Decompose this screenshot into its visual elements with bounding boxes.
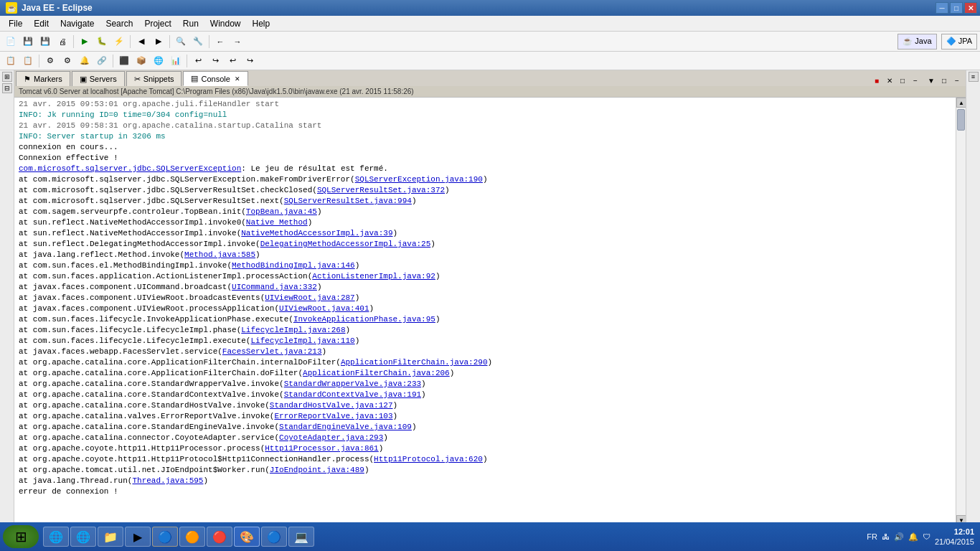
scroll-up-btn[interactable]: ▲ <box>956 98 966 108</box>
tb-print[interactable]: 🖨 <box>55 34 70 50</box>
tb-save-all[interactable]: 💾 <box>37 34 53 50</box>
console-line-s24: at org.apache.catalina.core.StandardEngi… <box>19 422 951 433</box>
taskbar-media[interactable]: ▶ <box>125 527 151 547</box>
tb2-2[interactable]: 📋 <box>20 53 36 69</box>
console-line-s3: at com.microsoft.sqlserver.jdbc.SQLServe… <box>19 196 951 207</box>
tab-snippets-label: Snippets <box>143 75 174 83</box>
taskbar-teamviewer[interactable]: 💻 <box>288 527 314 547</box>
tb2-10[interactable]: 📊 <box>168 53 184 69</box>
console-line-s11: at javax.faces.component.UICommand.broad… <box>19 282 951 293</box>
menu-window[interactable]: Window <box>204 17 247 30</box>
snippets-icon: ✂ <box>134 75 141 84</box>
tb2-9[interactable]: 🌐 <box>151 53 166 69</box>
tb-next[interactable]: ▶ <box>151 34 166 50</box>
view-menu-btn[interactable]: ▼ <box>925 75 937 86</box>
maximize-button[interactable]: □ <box>950 2 963 14</box>
menu-help[interactable]: Help <box>247 17 276 30</box>
scroll-track[interactable] <box>956 108 966 515</box>
menu-edit[interactable]: Edit <box>28 17 55 30</box>
tb2-13[interactable]: ↩ <box>225 53 240 69</box>
clock[interactable]: 12:01 21/04/2015 <box>935 527 974 547</box>
tb2-4[interactable]: ⚙ <box>60 53 75 69</box>
console-output[interactable]: 21 avr. 2015 09:53:01 org.apache.juli.fi… <box>14 98 956 525</box>
tb2-5[interactable]: 🔔 <box>77 53 93 69</box>
tab-markers[interactable]: ⚑ Markers <box>16 71 70 86</box>
scroll-thumb[interactable] <box>957 109 965 131</box>
console-line-exception[interactable]: com.microsoft.sqlserver.jdbc.SQLServerEx… <box>19 164 951 174</box>
tab-servers-label: Servers <box>90 75 117 83</box>
tb2-7[interactable]: ⬛ <box>116 53 132 69</box>
teamviewer-icon: 💻 <box>294 530 308 544</box>
vertical-scrollbar[interactable]: ▲ ▼ <box>956 98 966 525</box>
stop-console-btn[interactable]: ■ <box>871 75 882 86</box>
console-line-s27: at org.apache.coyote.http11.Http11Protoc… <box>19 454 951 465</box>
tb-prev[interactable]: ◀ <box>133 34 149 50</box>
menu-navigate[interactable]: Navigate <box>55 17 100 30</box>
taskbar-explorer[interactable]: 📁 <box>98 527 123 547</box>
tb-debug[interactable]: 🐛 <box>94 34 110 50</box>
tb2-1[interactable]: 📋 <box>3 53 19 69</box>
menu-run[interactable]: Run <box>177 17 204 30</box>
taskbar-ie[interactable]: 🌐 <box>43 527 69 547</box>
clear-console-btn[interactable]: □ <box>897 75 908 86</box>
sep-tb2-2 <box>113 55 113 67</box>
taskbar-ff[interactable]: 🔴 <box>207 527 232 547</box>
console-icon: ▤ <box>191 74 198 83</box>
tb-save[interactable]: 💾 <box>20 34 36 50</box>
console-line-s6: at sun.reflect.NativeMethodAccessorImpl.… <box>19 228 951 239</box>
tb2-3[interactable]: ⚙ <box>42 53 58 69</box>
separator-3 <box>169 35 170 48</box>
minimize-view-btn[interactable]: − <box>951 75 963 86</box>
tb-search[interactable]: 🔍 <box>173 34 189 50</box>
perspective-java[interactable]: ☕ Java <box>897 34 936 50</box>
tab-console[interactable]: ▤ Console ✕ <box>183 71 248 86</box>
console-line-s25: at org.apache.catalina.connector.CoyoteA… <box>19 433 951 443</box>
start-button[interactable]: ⊞ <box>3 525 39 548</box>
left-strip-btn-2[interactable]: ⊟ <box>2 83 12 93</box>
content-area: ⊞ ⊟ ⚑ Markers ▣ Servers ✂ Snippets <box>0 70 980 535</box>
console-line-s8: at java.lang.reflect.Method.invoke(Metho… <box>19 250 951 260</box>
tb-fwd[interactable]: → <box>230 34 245 50</box>
menu-file[interactable]: File <box>3 17 28 30</box>
tab-servers[interactable]: ▣ Servers <box>72 71 125 86</box>
tb-refactor[interactable]: 🔧 <box>190 34 206 50</box>
left-strip-btn-1[interactable]: ⊞ <box>2 72 12 82</box>
tb2-12[interactable]: ↪ <box>207 53 223 69</box>
sep-tb2-1 <box>39 55 39 67</box>
right-strip-btn-1[interactable]: ≡ <box>969 72 979 82</box>
menu-search[interactable]: Search <box>100 17 138 30</box>
tb-profile[interactable]: ⚡ <box>111 34 127 50</box>
minimize-button[interactable]: ─ <box>936 2 948 14</box>
tb-new[interactable]: 📄 <box>3 34 19 50</box>
taskbar-db[interactable]: 🟠 <box>179 527 205 547</box>
taskbar-eclipse[interactable]: 🎨 <box>234 527 260 547</box>
tb2-14[interactable]: ↪ <box>242 53 258 69</box>
console-line-1: 21 avr. 2015 09:53:01 org.apache.juli.fi… <box>19 99 951 110</box>
tb2-11[interactable]: ↩ <box>190 53 206 69</box>
console-line-s15: at com.sun.faces.lifecycle.LifecycleImpl… <box>19 325 951 336</box>
console-line-4: INFO: Server startup in 3206 ms <box>19 131 951 142</box>
console-line-s14: at com.sun.faces.lifecycle.InvokeApplica… <box>19 314 951 325</box>
tab-snippets[interactable]: ✂ Snippets <box>126 71 182 86</box>
menu-project[interactable]: Project <box>138 17 176 30</box>
scroll-lock-btn[interactable]: − <box>910 75 921 86</box>
tb-run[interactable]: ▶ <box>77 34 93 50</box>
perspective-jpa[interactable]: 🔷 JPA <box>941 34 977 50</box>
tb2-8[interactable]: 📦 <box>133 53 149 69</box>
console-line-s10: at com.sun.faces.application.ActionListe… <box>19 271 951 282</box>
console-close-icon[interactable]: ✕ <box>235 75 240 83</box>
maximize-view-btn[interactable]: □ <box>938 75 950 86</box>
tb-back[interactable]: ← <box>212 34 228 50</box>
separator-4 <box>209 35 209 48</box>
tb2-6[interactable]: 🔗 <box>94 53 110 69</box>
console-line-s5: at sun.reflect.NativeMethodAccessorImpl.… <box>19 217 951 228</box>
console-line-s22: at org.apache.catalina.core.StandardHost… <box>19 400 951 411</box>
taskbar-chrome[interactable]: 🔵 <box>152 527 178 547</box>
sep-tb2-3 <box>187 55 187 67</box>
close-console-btn[interactable]: ✕ <box>884 75 895 86</box>
servers-icon: ▣ <box>80 75 87 84</box>
console-line-s21: at org.apache.catalina.core.StandardCont… <box>19 390 951 400</box>
close-button[interactable]: ✕ <box>964 2 977 14</box>
taskbar-browser[interactable]: 🌐 <box>70 527 96 547</box>
taskbar-skype[interactable]: 🔵 <box>261 527 287 547</box>
